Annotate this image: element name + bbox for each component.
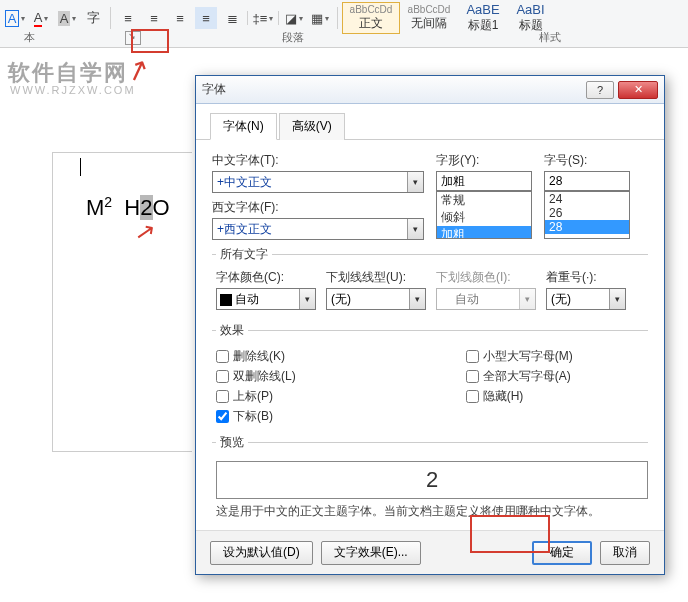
emph-label: 着重号(·):	[546, 269, 626, 286]
align-center-icon[interactable]: ≡	[143, 7, 165, 29]
alltext-legend: 所有文字	[216, 246, 272, 263]
chevron-down-icon[interactable]	[407, 219, 423, 239]
style-nospacing[interactable]: aBbCcDd无间隔	[400, 4, 458, 32]
list-item[interactable]: 加粗	[437, 226, 531, 239]
ribbon-group-font: 本	[24, 31, 35, 43]
chevron-down-icon	[519, 289, 535, 309]
shading-icon[interactable]: ◪	[283, 7, 305, 29]
preview-box: 2	[216, 461, 648, 499]
dialog-titlebar[interactable]: 字体 ? ✕	[196, 76, 664, 104]
style-input[interactable]: 加粗	[436, 171, 532, 191]
close-button[interactable]: ✕	[618, 81, 658, 99]
text-effects-button[interactable]: 文字效果(E)...	[321, 541, 421, 565]
distribute-icon[interactable]: ≣	[221, 7, 243, 29]
tab-font[interactable]: 字体(N)	[210, 113, 277, 140]
align-left-icon[interactable]: ≡	[117, 7, 139, 29]
borders-icon[interactable]: ▦	[309, 7, 331, 29]
ribbon: A A A 字 ≡ ≡ ≡ ≡ ≣ ‡≡ ◪ ▦ aBbCcDd正文 aBbCc…	[0, 0, 688, 48]
size-list[interactable]: 24 26 28	[544, 191, 630, 239]
font-dialog: 字体 ? ✕ 字体(N) 高级(V) 中文字体(T): +中文正文 西文字体(F…	[195, 75, 665, 575]
preview-legend: 预览	[216, 434, 248, 451]
font-color-icon[interactable]: A	[30, 7, 52, 29]
hidden-check[interactable]: 隐藏(H)	[466, 388, 573, 405]
char-shading-icon[interactable]: 字	[82, 7, 104, 29]
list-item[interactable]: 倾斜	[437, 209, 531, 226]
chevron-down-icon[interactable]	[407, 172, 423, 192]
emphasis-combo[interactable]: (无)	[546, 288, 626, 310]
char-border-icon[interactable]: A	[4, 7, 26, 29]
latin-font-combo[interactable]: +西文正文	[212, 218, 424, 240]
strike-check[interactable]: 删除线(K)	[216, 348, 296, 365]
align-justify-icon[interactable]: ≡	[195, 7, 217, 29]
preview-text: 2	[426, 467, 438, 493]
ucolor-label: 下划线颜色(I):	[436, 269, 536, 286]
chevron-down-icon[interactable]	[609, 289, 625, 309]
ribbon-group-styles: 样式	[539, 31, 561, 43]
style-label: 字形(Y):	[436, 152, 532, 169]
help-button[interactable]: ?	[586, 81, 614, 99]
list-item[interactable]: 24	[545, 192, 629, 206]
size-input[interactable]: 28	[544, 171, 630, 191]
font-dialog-launcher[interactable]	[125, 31, 141, 45]
sub-check[interactable]: 下标(B)	[216, 408, 296, 425]
size-label: 字号(S):	[544, 152, 630, 169]
highlight-icon[interactable]: A	[56, 7, 78, 29]
align-right-icon[interactable]: ≡	[169, 7, 191, 29]
color-label: 字体颜色(C):	[216, 269, 316, 286]
font-color-combo[interactable]: 自动	[216, 288, 316, 310]
chevron-down-icon[interactable]	[299, 289, 315, 309]
document-text[interactable]: M2 H2O	[86, 194, 170, 221]
tab-advanced[interactable]: 高级(V)	[279, 113, 345, 140]
list-item[interactable]: 常规	[437, 192, 531, 209]
set-default-button[interactable]: 设为默认值(D)	[210, 541, 313, 565]
super-check[interactable]: 上标(P)	[216, 388, 296, 405]
cjk-label: 中文字体(T):	[212, 152, 424, 169]
smallcaps-check[interactable]: 小型大写字母(M)	[466, 348, 573, 365]
ribbon-group-para: 段落	[282, 31, 304, 43]
preview-note: 这是用于中文的正文主题字体。当前文档主题定义将使用哪种中文字体。	[216, 503, 648, 520]
uline-label: 下划线线型(U):	[326, 269, 426, 286]
style-list[interactable]: 常规 倾斜 加粗	[436, 191, 532, 239]
dialog-title: 字体	[202, 81, 582, 98]
cancel-button[interactable]: 取消	[600, 541, 650, 565]
watermark-url: WWW.RJZXW.COM	[10, 84, 136, 96]
underline-color-combo: 自动	[436, 288, 536, 310]
effects-legend: 效果	[216, 322, 248, 339]
list-item[interactable]: 28	[545, 220, 629, 234]
cjk-font-combo[interactable]: +中文正文	[212, 171, 424, 193]
latin-label: 西文字体(F):	[212, 199, 424, 216]
allcaps-check[interactable]: 全部大写字母(A)	[466, 368, 573, 385]
line-spacing-icon[interactable]: ‡≡	[252, 7, 274, 29]
ok-button[interactable]: 确定	[532, 541, 592, 565]
dstrike-check[interactable]: 双删除线(L)	[216, 368, 296, 385]
underline-style-combo[interactable]: (无)	[326, 288, 426, 310]
list-item[interactable]: 26	[545, 206, 629, 220]
chevron-down-icon[interactable]	[409, 289, 425, 309]
cursor-indicator	[80, 158, 81, 176]
